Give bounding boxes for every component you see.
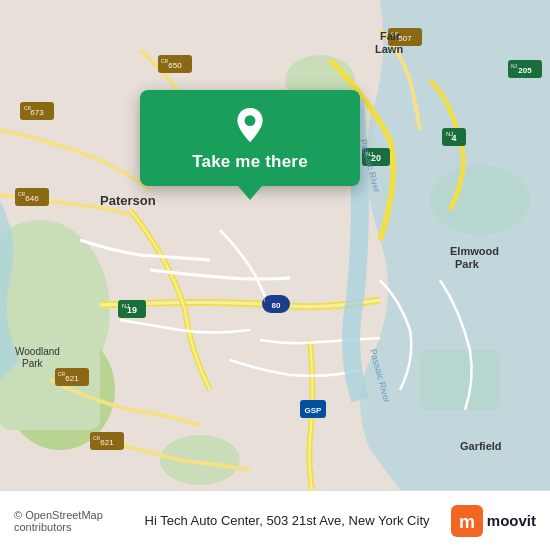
svg-text:507: 507 [398, 34, 412, 43]
svg-text:621: 621 [65, 374, 79, 383]
map-svg: 19 NJ 20 NJ 4 NJ 80 I GSP 673 CR 646 CR … [0, 0, 550, 490]
svg-text:Woodland: Woodland [15, 346, 60, 357]
svg-text:CR: CR [93, 435, 101, 441]
svg-text:Park: Park [455, 258, 480, 270]
svg-text:NJ: NJ [446, 131, 453, 137]
moovit-logo: m moovit [451, 505, 536, 537]
svg-text:646: 646 [25, 194, 39, 203]
svg-text:CR: CR [18, 191, 26, 197]
map-popup[interactable]: Take me there [140, 90, 360, 186]
svg-text:CR: CR [24, 105, 32, 111]
svg-text:NJ: NJ [511, 63, 518, 69]
svg-text:Elmwood: Elmwood [450, 245, 499, 257]
svg-text:80: 80 [272, 301, 281, 310]
svg-text:I: I [264, 297, 265, 303]
moovit-text: moovit [487, 512, 536, 529]
svg-text:650: 650 [168, 61, 182, 70]
svg-text:621: 621 [100, 438, 114, 447]
svg-text:CR: CR [58, 371, 66, 377]
copyright-text: © OpenStreetMap contributors [14, 509, 123, 533]
svg-text:Fair: Fair [380, 30, 401, 42]
bottom-bar: © OpenStreetMap contributors Hi Tech Aut… [0, 490, 550, 550]
svg-text:m: m [459, 512, 475, 532]
moovit-icon: m [451, 505, 483, 537]
svg-point-53 [245, 115, 256, 126]
svg-text:Lawn: Lawn [375, 43, 403, 55]
location-text: Hi Tech Auto Center, 503 21st Ave, New Y… [123, 513, 451, 528]
svg-text:NJ: NJ [122, 303, 129, 309]
svg-text:Park: Park [22, 358, 44, 369]
svg-text:Garfield: Garfield [460, 440, 502, 452]
take-me-there-button[interactable]: Take me there [192, 152, 308, 172]
map-container[interactable]: 19 NJ 20 NJ 4 NJ 80 I GSP 673 CR 646 CR … [0, 0, 550, 490]
svg-text:CR: CR [161, 58, 169, 64]
svg-text:673: 673 [30, 108, 44, 117]
location-pin-icon [232, 108, 268, 144]
svg-text:Paterson: Paterson [100, 193, 156, 208]
svg-text:GSP: GSP [305, 406, 323, 415]
svg-text:205: 205 [518, 66, 532, 75]
